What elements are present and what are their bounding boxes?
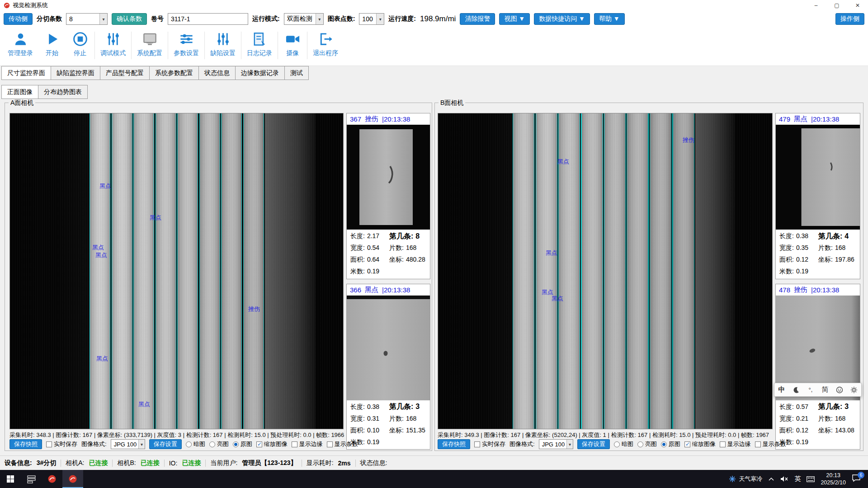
stat-value: 0.10 [367, 427, 379, 434]
save-settings-button[interactable]: 保存设置 [577, 439, 610, 449]
camera-image-b: 挫伤 黑点 黑点 黑点 黑点 [438, 113, 773, 429]
realtime-save-checkbox[interactable]: 实时保存 [46, 440, 77, 448]
toolbar-divider [168, 32, 168, 59]
show-hidden-icons-button[interactable] [768, 477, 774, 481]
start-button[interactable]: 开始 [38, 30, 66, 58]
start-button[interactable] [0, 470, 21, 488]
checkbox-icon [327, 441, 333, 447]
help-menu-button[interactable]: 帮助 ▼ [594, 13, 625, 25]
stat-value: 0.12 [796, 256, 808, 263]
windows-logo-icon [6, 475, 14, 483]
system-config-button[interactable]: 系统配置 [132, 30, 167, 58]
tab-front-image[interactable]: 正面图像 [1, 85, 38, 99]
clear-alarm-button[interactable]: 清除报警 [460, 13, 495, 25]
defect-time: |20:13:38 [811, 286, 839, 294]
volume-button[interactable] [780, 476, 788, 482]
statusbar-divider [205, 460, 206, 467]
capture-button[interactable]: 摄像 [278, 30, 307, 58]
clock[interactable]: 20:13 2025/2/10 [821, 472, 846, 487]
log-record-button[interactable]: 日志记录 [242, 30, 277, 58]
show-strip-count-checkbox[interactable]: 显示条数 [327, 440, 358, 448]
stat-label: 长度: [350, 232, 365, 240]
defect-overlay-label: 黑点 [150, 214, 161, 222]
tab-test[interactable]: 测试 [285, 66, 309, 80]
save-settings-button[interactable]: 保存设置 [149, 439, 182, 449]
show-strip-count-checkbox[interactable]: 显示条数 [755, 440, 786, 448]
image-format-select[interactable]: JPG 100 [539, 439, 573, 449]
camera-image-a: 黑点 黑点 黑点 黑点 挫伤 黑点 黑点 [9, 113, 344, 429]
zoom-image-checkbox[interactable]: 缩放图像 [256, 440, 288, 448]
taskbar-app-vision-software[interactable] [42, 470, 62, 488]
tab-status-info[interactable]: 状态信息 [199, 66, 236, 80]
task-view-button[interactable] [21, 470, 42, 488]
confirm-count-button[interactable]: 确认条数 [112, 13, 147, 25]
save-snapshot-button[interactable]: 保存快照 [9, 439, 42, 449]
tab-system-param-config[interactable]: 系统参数配置 [150, 66, 199, 80]
defect-card[interactable]: 478 挫伤 |20:13:38 长度:0.57 第几条:3 宽度:0.21 片… [775, 284, 860, 450]
weather-widget[interactable]: 天气寒冷 [729, 475, 762, 483]
tab-edge-data-record[interactable]: 边缘数据记录 [236, 66, 285, 80]
operate-side-button[interactable]: 操作侧 [835, 13, 864, 25]
bright-image-radio[interactable]: 亮图 [637, 440, 657, 448]
image-format-select[interactable]: JPG 100 [111, 439, 145, 449]
close-button[interactable]: ✕ [847, 0, 868, 11]
view-menu-button[interactable]: 视图 ▼ [499, 13, 530, 25]
run-speed-label: 运行速度: [388, 15, 416, 23]
defect-list-a: 367 挫伤 |20:13:38 长度:2.17 第几条:8 宽度:0.54 片… [346, 113, 430, 450]
vertical-sliders-icon [215, 31, 231, 47]
defect-thumbnail [347, 296, 430, 400]
chart-points-select[interactable]: 100 [359, 13, 384, 25]
touch-keyboard-button[interactable] [807, 476, 815, 482]
maximize-button[interactable]: ▢ [826, 0, 847, 11]
defect-card-header: 479 黑点 |20:13:38 [776, 113, 860, 125]
gear-icon[interactable] [848, 384, 860, 396]
realtime-save-checkbox[interactable]: 实时保存 [474, 440, 505, 448]
toolbar-divider [204, 32, 205, 59]
taskbar-app-vision-software-active[interactable] [62, 470, 83, 488]
stat-label: 坐标: [818, 256, 833, 264]
admin-login-button[interactable]: 管理登录 [3, 30, 38, 58]
bright-image-radio[interactable]: 亮图 [209, 440, 229, 448]
exit-program-button[interactable]: 退出程序 [308, 30, 343, 58]
action-center-button[interactable]: 6 [852, 474, 863, 484]
defect-settings-button[interactable]: 缺陷设置 [205, 30, 241, 58]
stat-label: 米数: [779, 267, 794, 276]
original-image-radio[interactable]: 原图 [661, 440, 680, 448]
original-image-radio[interactable]: 原图 [233, 440, 252, 448]
dark-image-radio[interactable]: 暗图 [614, 440, 633, 448]
tab-defect-monitor[interactable]: 缺陷监控界面 [51, 66, 100, 80]
tab-product-model-config[interactable]: 产品型号配置 [100, 66, 150, 80]
ime-simplified-button[interactable]: 简 [819, 384, 831, 396]
tab-distribution-chart[interactable]: 分布趋势图表 [38, 85, 88, 99]
debug-mode-button[interactable]: 调试模式 [95, 30, 131, 58]
defect-card[interactable]: 479 黑点 |20:13:38 长度:0.38 第几条:4 宽度:0.35 片… [775, 113, 860, 279]
input-language-indicator[interactable]: 英 [794, 475, 801, 483]
moon-icon[interactable] [790, 384, 802, 396]
data-quick-access-menu-button[interactable]: 数据快捷访问 ▼ [534, 13, 590, 25]
save-snapshot-button[interactable]: 保存快照 [438, 439, 470, 449]
show-edges-checkbox[interactable]: 显示边缘 [292, 440, 323, 448]
parameter-settings-button[interactable]: 参数设置 [169, 30, 204, 58]
defect-card[interactable]: 367 挫伤 |20:13:38 长度:2.17 第几条:8 宽度:0.54 片… [346, 113, 430, 279]
checkbox-icon [256, 441, 262, 447]
defect-card[interactable]: 366 黑点 |20:13:38 长度:0.38 第几条:3 宽度:0.31 片… [346, 284, 430, 450]
smiley-icon[interactable] [834, 384, 845, 396]
ime-punctuation-button[interactable]: °, [805, 384, 816, 396]
minimize-button[interactable]: – [806, 0, 826, 11]
defect-time: |20:13:38 [382, 115, 410, 123]
show-edges-checkbox[interactable]: 显示边缘 [720, 440, 751, 448]
zoom-image-checkbox[interactable]: 缩放图像 [684, 440, 716, 448]
roll-number-input[interactable] [168, 13, 248, 25]
ime-language-button[interactable]: 中 [776, 384, 788, 396]
stat-value: 0.19 [796, 267, 808, 275]
tab-size-monitor[interactable]: 尺寸监控界面 [1, 66, 51, 80]
run-mode-select[interactable]: 双面检测 [284, 13, 324, 25]
toolbar-divider [307, 32, 307, 59]
stop-button[interactable]: 停止 [66, 30, 94, 58]
slice-count-select[interactable]: 8 [66, 13, 108, 25]
stat-label: 坐标: [818, 427, 833, 435]
dark-image-radio[interactable]: 暗图 [186, 440, 205, 448]
defect-id: 479 [779, 115, 790, 123]
drive-side-button[interactable]: 传动侧 [4, 13, 33, 25]
toolbar-divider [131, 32, 132, 59]
